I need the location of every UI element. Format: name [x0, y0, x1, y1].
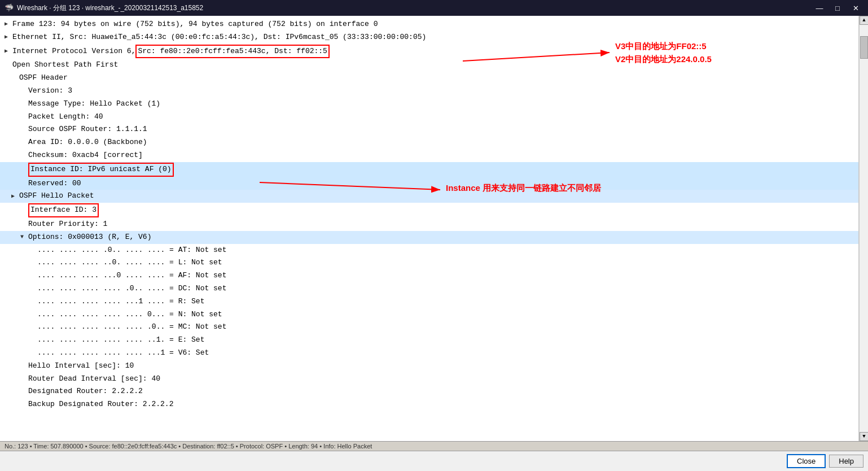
- packet-line[interactable]: ▼Options: 0x000013 (R, E, V6): [0, 231, 858, 244]
- scrollbar[interactable]: ▲ ▼: [859, 16, 868, 441]
- packet-line[interactable]: ▶Internet Protocol Version 6, Src: fe80:…: [0, 44, 858, 59]
- line-text: Open Shortest Path First: [12, 59, 118, 71]
- close-window-button[interactable]: ✕: [848, 0, 863, 16]
- line-text: .... .... .... ..0. .... .... = L: Not s…: [37, 257, 222, 269]
- line-text: .... .... .... .... .... ...1 = V6: Set: [37, 347, 209, 359]
- line-text: Reserved: 00: [28, 178, 81, 190]
- packet-line[interactable]: Source OSPF Router: 1.1.1.1: [0, 123, 858, 136]
- packet-line[interactable]: Checksum: 0xacb4 [correct]: [0, 149, 858, 162]
- instance-id-boxed: Instance ID: IPv6 unicast AF (0): [28, 163, 174, 177]
- scroll-down-button[interactable]: ▼: [860, 432, 868, 441]
- packet-line[interactable]: Message Type: Hello Packet (1): [0, 98, 858, 111]
- packet-line[interactable]: .... .... .... .... .0.. .... = DC: Not …: [0, 282, 858, 295]
- expand-icon[interactable]: ▶: [5, 20, 12, 29]
- line-text: Message Type: Hello Packet (1): [28, 98, 160, 110]
- line-text: .... .... .... ...0 .... .... = AF: Not …: [37, 270, 226, 282]
- packet-line[interactable]: .... .... .... .0.. .... .... = AT: Not …: [0, 244, 858, 257]
- line-text: Version: 3: [28, 85, 72, 97]
- packet-line[interactable]: .... .... .... .... .... ..1. = E: Set: [0, 334, 858, 347]
- packet-line[interactable]: Open Shortest Path First: [0, 59, 858, 72]
- interface-id-boxed: Interface ID: 3: [28, 203, 99, 217]
- packet-line[interactable]: Router Dead Interval [sec]: 40: [0, 373, 858, 386]
- line-prefix: Internet Protocol Version 6,: [12, 46, 135, 58]
- line-text: Backup Designated Router: 2.2.2.2: [28, 399, 173, 411]
- packet-line[interactable]: Designated Router: 2.2.2.2: [0, 385, 858, 398]
- status-bar: No.: 123 • Time: 507.890000 • Source: fe…: [0, 441, 868, 451]
- line-text: Area ID: 0.0.0.0 (Backbone): [28, 137, 147, 149]
- packet-line[interactable]: Hello Interval [sec]: 10: [0, 360, 858, 373]
- packet-line[interactable]: Interface ID: 3: [0, 203, 858, 218]
- status-text: No.: 123 • Time: 507.890000 • Source: fe…: [5, 443, 372, 450]
- bottom-bar: Close Help: [0, 451, 868, 471]
- packet-line[interactable]: .... .... .... ..0. .... .... = L: Not s…: [0, 256, 858, 269]
- expand-icon[interactable]: ▶: [11, 192, 19, 201]
- window-title: Wireshark · 分组 123 · wireshark_-_2020032…: [17, 3, 812, 13]
- titlebar: 🦈 Wireshark · 分组 123 · wireshark_-_20200…: [0, 0, 868, 16]
- line-text: OSPF Hello Packet: [19, 190, 94, 202]
- packet-line[interactable]: ▶OSPF Hello Packet: [0, 190, 858, 203]
- packet-line[interactable]: .... .... .... .... .... .0.. = MC: Not …: [0, 321, 858, 334]
- packet-line[interactable]: Backup Designated Router: 2.2.2.2: [0, 398, 858, 411]
- packet-line[interactable]: ▶Ethernet II, Src: HuaweiTe_a5:44:3c (00…: [0, 31, 858, 44]
- packet-line[interactable]: Version: 3: [0, 85, 858, 98]
- packet-line[interactable]: .... .... .... .... .... 0... = N: Not s…: [0, 308, 858, 321]
- line-text: .... .... .... .... .... 0... = N: Not s…: [37, 309, 222, 321]
- expand-icon[interactable]: ▼: [20, 233, 28, 242]
- packet-line[interactable]: .... .... .... .... ...1 .... = R: Set: [0, 295, 858, 308]
- packet-line[interactable]: OSPF Header: [0, 72, 858, 85]
- line-text: Packet Length: 40: [28, 111, 103, 123]
- window-controls[interactable]: — □ ✕: [812, 0, 863, 16]
- packet-line[interactable]: .... .... .... ...0 .... .... = AF: Not …: [0, 269, 858, 282]
- ipv6-src-dst-boxed: Src: fe80::2e0:fcff:fea5:443c, Dst: ff02…: [135, 45, 329, 59]
- line-text: Options: 0x000013 (R, E, V6): [28, 232, 151, 243]
- expand-icon[interactable]: ▶: [5, 33, 12, 42]
- packet-line[interactable]: Area ID: 0.0.0.0 (Backbone): [0, 136, 858, 149]
- line-text: .... .... .... .... .... .0.. = MC: Not …: [37, 321, 226, 333]
- line-text: Source OSPF Router: 1.1.1.1: [28, 124, 147, 136]
- main-area: ▶Frame 123: 94 bytes on wire (752 bits),…: [0, 16, 868, 441]
- packet-detail-panel[interactable]: ▶Frame 123: 94 bytes on wire (752 bits),…: [0, 16, 859, 441]
- expand-icon[interactable]: ▶: [5, 47, 12, 56]
- packet-line[interactable]: Router Priority: 1: [0, 218, 858, 231]
- packet-line[interactable]: ▶Frame 123: 94 bytes on wire (752 bits),…: [0, 18, 858, 31]
- annotation-v2-dst: V2中目的地址为224.0.0.5: [615, 54, 712, 65]
- line-text: .... .... .... .... ...1 .... = R: Set: [37, 296, 204, 308]
- minimize-button[interactable]: —: [812, 0, 827, 16]
- annotation-instance: Instance 用来支持同一链路建立不同邻居: [446, 183, 601, 194]
- line-text: Router Dead Interval [sec]: 40: [28, 373, 160, 385]
- scroll-up-button[interactable]: ▲: [860, 16, 868, 25]
- line-text: .... .... .... .0.. .... .... = AT: Not …: [37, 245, 226, 256]
- line-text: Designated Router: 2.2.2.2: [28, 386, 143, 398]
- help-button[interactable]: Help: [829, 455, 863, 468]
- packet-line[interactable]: Instance ID: IPv6 unicast AF (0): [0, 162, 858, 177]
- scroll-thumb[interactable]: [860, 36, 868, 59]
- annotation-v3-dst: V3中目的地址为FF02::5: [615, 41, 707, 52]
- line-text: .... .... .... .... .0.. .... = DC: Not …: [37, 283, 226, 295]
- line-text: OSPF Header: [19, 72, 68, 84]
- line-text: Frame 123: 94 bytes on wire (752 bits), …: [12, 19, 378, 30]
- packet-line[interactable]: Packet Length: 40: [0, 111, 858, 124]
- line-text: Hello Interval [sec]: 10: [28, 360, 134, 372]
- packet-line[interactable]: Reserved: 00: [0, 177, 858, 190]
- maximize-button[interactable]: □: [830, 0, 845, 16]
- line-text: Ethernet II, Src: HuaweiTe_a5:44:3c (00:…: [12, 32, 426, 43]
- app-icon: 🦈: [5, 3, 14, 12]
- line-text: Checksum: 0xacb4 [correct]: [28, 150, 143, 162]
- packet-line[interactable]: .... .... .... .... .... ...1 = V6: Set: [0, 347, 858, 360]
- close-button[interactable]: Close: [787, 454, 826, 468]
- line-text: .... .... .... .... .... ..1. = E: Set: [37, 334, 204, 346]
- line-text: Router Priority: 1: [28, 219, 107, 230]
